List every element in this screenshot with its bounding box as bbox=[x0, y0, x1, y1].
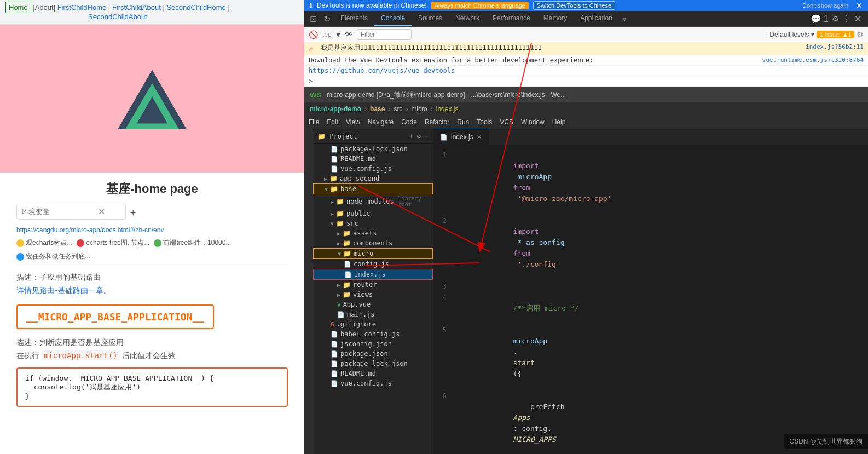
tree-file-jsconfig[interactable]: 📄 jsconfig.json bbox=[313, 339, 433, 349]
tab-performance[interactable]: Performance bbox=[486, 11, 537, 26]
menu-help[interactable]: Help bbox=[552, 118, 566, 126]
more-tabs-icon[interactable]: » bbox=[619, 14, 630, 23]
breadcrumb-base[interactable]: base bbox=[370, 105, 385, 113]
tab-console[interactable]: Console bbox=[374, 11, 412, 26]
tree-folder-base[interactable]: ▼ 📁 base bbox=[313, 183, 433, 194]
tab-elements[interactable]: Elements bbox=[334, 11, 374, 26]
eye-icon[interactable]: 👁 bbox=[345, 30, 352, 39]
menu-run[interactable]: Run bbox=[457, 118, 469, 126]
clear-console-button[interactable]: 🚫 bbox=[309, 30, 318, 39]
message-icon[interactable]: 💬 1 bbox=[811, 14, 829, 24]
tree-file-pkglock2[interactable]: 📄 package-lock.json bbox=[313, 359, 433, 369]
menu-file[interactable]: File bbox=[309, 118, 319, 126]
tree-file-readme2[interactable]: 📄 README.md bbox=[313, 369, 433, 378]
console-source-1[interactable]: index.js?56b2:11 bbox=[806, 43, 864, 50]
add-tree-icon[interactable]: + bbox=[409, 132, 414, 140]
menu-code[interactable]: Code bbox=[401, 118, 417, 126]
menu-edit[interactable]: Edit bbox=[327, 118, 338, 126]
home-link[interactable]: Home bbox=[5, 2, 31, 13]
url-bar[interactable]: https://cangdu.org/micro-app/docs.html#/… bbox=[16, 226, 288, 234]
tree-folder-app-second[interactable]: ▶ 📁 app_second bbox=[313, 174, 433, 183]
bookmark-2[interactable]: echarts tree图, 节点... bbox=[77, 238, 149, 248]
search-bar[interactable]: ✕ bbox=[16, 204, 126, 220]
nav-sep4: | bbox=[228, 3, 229, 12]
menu-vcs[interactable]: VCS bbox=[500, 118, 513, 126]
ide-menu-bar: File Edit View Navigate Code Refactor Ru… bbox=[304, 116, 868, 129]
breadcrumb-micro-app[interactable]: micro-app-demo bbox=[310, 105, 361, 113]
second-child-about-link[interactable]: SecondChildAbout bbox=[5, 13, 230, 21]
tree-file-vueconfig2[interactable]: 📄 vue.config.js bbox=[313, 378, 433, 388]
expand-icon-base: ▼ bbox=[325, 186, 328, 192]
dt-icon-refresh[interactable]: ↻ bbox=[320, 14, 334, 24]
menu-view[interactable]: View bbox=[346, 118, 360, 126]
match-language-button[interactable]: Always match Chrome's language bbox=[431, 2, 529, 9]
expand-icon-router: ▶ bbox=[337, 282, 340, 288]
second-child-home-link[interactable]: SecondChildHome bbox=[166, 3, 225, 12]
bookmark-1[interactable]: 观echarts树点... bbox=[16, 238, 72, 248]
file-icon-index: 📄 bbox=[344, 271, 352, 278]
more-options-icon[interactable]: ⋮ bbox=[842, 14, 851, 24]
section1-link[interactable]: 详情见路由-基础路由一章。 bbox=[16, 286, 288, 296]
close-banner-button[interactable]: ✕ bbox=[856, 1, 863, 10]
collapse-tree-icon[interactable]: − bbox=[424, 132, 429, 140]
tree-item-readme[interactable]: 📄 README.md bbox=[313, 154, 433, 164]
tab-network[interactable]: Network bbox=[449, 11, 486, 26]
tab-application[interactable]: Application bbox=[574, 11, 619, 26]
breadcrumb-micro[interactable]: micro bbox=[411, 105, 427, 113]
tree-folder-components[interactable]: ▶ 📁 components bbox=[313, 238, 433, 248]
console-settings-icon[interactable]: ⚙ bbox=[857, 30, 864, 39]
bookmark-icon-4 bbox=[16, 253, 24, 261]
tree-file-mainjs[interactable]: 📄 main.js bbox=[313, 309, 433, 319]
code-line-5: 5 microApp . start ({ bbox=[433, 325, 868, 390]
menu-window[interactable]: Window bbox=[521, 118, 545, 126]
tab-sources[interactable]: Sources bbox=[412, 11, 449, 26]
tree-file-babel[interactable]: 📄 babel.config.js bbox=[313, 329, 433, 339]
bookmark-3[interactable]: 前端tree组件，10000... bbox=[154, 238, 231, 248]
tree-folder-micro[interactable]: ▼ 📁 micro bbox=[313, 248, 433, 259]
tree-file-indexjs[interactable]: 📄 index.js bbox=[313, 269, 433, 280]
tree-folder-assets[interactable]: ▶ 📁 assets bbox=[313, 228, 433, 238]
console-filter-input[interactable] bbox=[357, 29, 412, 40]
breadcrumb-src[interactable]: src bbox=[394, 105, 402, 113]
menu-navigate[interactable]: Navigate bbox=[368, 118, 394, 126]
expand-icon-micro: ▼ bbox=[338, 251, 341, 257]
tree-file-gitignore[interactable]: G .gitignore bbox=[313, 319, 433, 329]
console-log-text-3[interactable]: https://github.com/vuejs/vue-devtools bbox=[309, 67, 864, 74]
tree-item-package-lock[interactable]: 📄 package-lock.json bbox=[313, 144, 433, 154]
console-source-2[interactable]: vue.runtime.esm.js?c320:8784 bbox=[762, 56, 864, 64]
tree-file-pkgjson[interactable]: 📄 package.json bbox=[313, 349, 433, 359]
issue-badge: 1 Issue: ▲1 bbox=[817, 31, 854, 38]
tab-close-icon[interactable]: ✕ bbox=[477, 134, 482, 141]
file-icon-vueconfig2: 📄 bbox=[331, 380, 338, 387]
switch-chinese-button[interactable]: Switch DevTools to Chinese bbox=[533, 1, 615, 10]
tree-folder-views[interactable]: ▶ 📁 views bbox=[313, 290, 433, 300]
tree-folder-src[interactable]: ▼ 📁 src bbox=[313, 219, 433, 228]
tree-item-vue-config[interactable]: 📄 vue.config.js bbox=[313, 164, 433, 174]
file-icon-config: 📄 bbox=[344, 261, 351, 268]
menu-tools[interactable]: Tools bbox=[477, 118, 492, 126]
csdn-text: CSDN @笑到世界都狠狗 bbox=[789, 438, 863, 445]
first-child-about-link[interactable]: FirstChildAbout bbox=[112, 3, 161, 12]
dt-icon-cursor[interactable]: ⊡ bbox=[306, 14, 320, 24]
settings-icon[interactable]: ⚙ bbox=[832, 14, 839, 23]
first-child-home-link[interactable]: FirstChildHome bbox=[57, 3, 107, 12]
editor-content[interactable]: 1 import microApp from '@micro-zoe/micro… bbox=[433, 145, 868, 454]
nav-links[interactable]: Home |About| FirstChildHome | FirstChild… bbox=[5, 3, 230, 21]
close-icon[interactable]: ✕ bbox=[98, 206, 105, 217]
tree-folder-public[interactable]: ▶ 📁 public bbox=[313, 209, 433, 219]
levels-dropdown-icon[interactable]: ▾ bbox=[811, 31, 814, 38]
tree-folder-node-modules[interactable]: ▶ 📁 node_modules library root bbox=[313, 194, 433, 209]
search-input[interactable] bbox=[21, 208, 98, 216]
bookmark-4[interactable]: 宏任务和微任务到底... bbox=[16, 252, 90, 261]
tree-folder-router[interactable]: ▶ 📁 router bbox=[313, 280, 433, 290]
tree-file-appvue[interactable]: V App.vue bbox=[313, 300, 433, 309]
tree-file-config[interactable]: 📄 config.js bbox=[313, 259, 433, 269]
breadcrumb-file[interactable]: index.js bbox=[436, 105, 459, 113]
settings-tree-icon[interactable]: ⚙ bbox=[416, 132, 421, 140]
close-devtools-icon[interactable]: ✕ bbox=[854, 14, 861, 24]
menu-refactor[interactable]: Refactor bbox=[425, 118, 449, 126]
tab-memory[interactable]: Memory bbox=[537, 11, 574, 26]
add-icon[interactable]: + bbox=[130, 208, 136, 219]
editor-tab-indexjs[interactable]: 📄 index.js ✕ bbox=[433, 129, 489, 145]
top-dropdown-icon[interactable]: ▾ bbox=[336, 29, 340, 39]
